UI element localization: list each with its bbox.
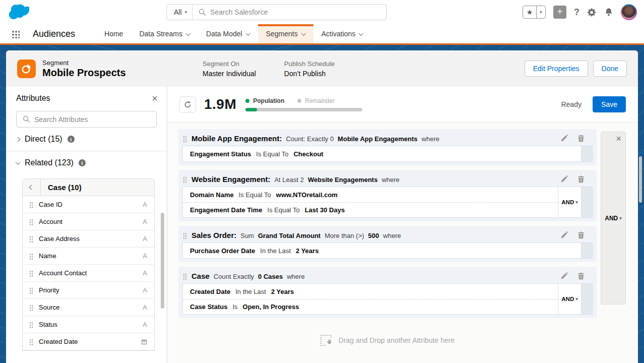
sidebar-scrollbar[interactable] [161, 213, 164, 309]
condition-part: 2 Years [296, 247, 318, 255]
content-card: Segment Mobile Prospects Segment On Mast… [6, 50, 638, 363]
search-input[interactable] [206, 8, 386, 16]
attribute-list: Case ID A Account A Case Address A Name … [23, 196, 154, 350]
edit-rule-button[interactable] [560, 135, 568, 142]
rule-header-part: Count: Exactly 0 [286, 135, 334, 143]
condition-row[interactable]: Created DateIn the Last2 Years [183, 284, 558, 299]
condition-row[interactable]: Domain NameIs Equal Towww.NTOretail.com [183, 187, 558, 202]
attribute-item[interactable]: Account Contact A [23, 265, 154, 282]
back-button[interactable] [23, 179, 41, 196]
chevron-down-icon [16, 160, 21, 165]
drag-handle-icon[interactable] [182, 273, 186, 280]
search-scope-dropdown[interactable]: All ▾ [167, 5, 192, 20]
condition-part: Engagement Status [190, 150, 251, 158]
group-join-dropdown[interactable]: AND▾ [605, 215, 622, 222]
app-launcher-waffle-icon[interactable] [11, 30, 20, 38]
help-icon[interactable]: ? [574, 7, 579, 18]
attribute-item[interactable]: Name A [23, 248, 154, 265]
delete-rule-button[interactable] [577, 231, 585, 239]
edit-properties-button[interactable]: Edit Properties [525, 60, 588, 77]
condition-row[interactable]: Engagement StatusIs Equal ToCheckout [183, 146, 581, 161]
rule-card: Mobile App Engagement:Count: Exactly 0Mo… [178, 129, 597, 165]
condition-part: Is [232, 303, 237, 311]
refresh-button[interactable] [179, 96, 196, 113]
chevron-down-icon: ▾ [575, 296, 578, 301]
favorites-dropdown-icon[interactable]: ▾ [536, 6, 545, 18]
case-attributes-panel: Case (10) Case ID A Account A Case Addre… [22, 178, 155, 351]
rule-header-part: Grand Total Amount [258, 232, 320, 239]
rule-header-part: Sales Order: [191, 231, 236, 239]
chevron-down-icon [301, 31, 306, 36]
drag-handle-icon [29, 201, 33, 208]
tab-activations[interactable]: Activations [313, 24, 371, 43]
field-label: Segment On [203, 60, 256, 68]
tab-data-streams[interactable]: Data Streams [131, 24, 198, 43]
page-scrollbar[interactable] [639, 156, 642, 203]
salesforce-logo-icon[interactable] [7, 4, 29, 21]
condition-part: Domain Name [190, 191, 234, 199]
condition-row[interactable]: Purchase Order DateIn the Last2 Years [183, 243, 581, 258]
text-type-icon: A [143, 218, 147, 225]
edit-rule-button[interactable] [560, 272, 568, 280]
info-icon[interactable]: i [79, 159, 86, 166]
attribute-dropzone[interactable]: Drag and Drop another Attribute here [178, 335, 597, 346]
attribute-item[interactable]: Priority A [23, 282, 154, 299]
global-search: All ▾ [166, 4, 387, 20]
attribute-item[interactable]: Account A [23, 213, 154, 230]
drag-handle-icon[interactable] [182, 232, 186, 239]
condition-part: Case Status [190, 303, 227, 311]
search-icon [199, 9, 206, 16]
delete-rule-button[interactable] [577, 175, 585, 183]
avatar[interactable] [621, 4, 637, 20]
tab-segments[interactable]: Segments [258, 24, 313, 43]
sidebar-section-direct[interactable]: Direct (15) i [6, 128, 167, 151]
rule-header-part: Mobile App Engagement: [191, 134, 282, 143]
text-type-icon: A [143, 235, 147, 243]
nav-tabs: Home Data Streams Data Model Segments Ac… [96, 24, 371, 43]
remainder-dot-icon [297, 99, 301, 103]
drag-handle-icon[interactable] [182, 135, 186, 142]
header-actions: ★ ▾ + ? [523, 4, 637, 20]
attribute-item[interactable]: Status A [23, 316, 154, 333]
attribute-item[interactable]: Case Address A [23, 230, 154, 248]
attribute-search-input[interactable] [30, 115, 156, 124]
attribute-item[interactable]: Case ID A [23, 196, 154, 213]
edit-rule-button[interactable] [560, 175, 568, 183]
condition-row[interactable]: Case StatusIsOpen, In Progress [183, 299, 558, 314]
conditions: Domain NameIs Equal Towww.NTOretail.comE… [182, 187, 558, 218]
drag-drop-icon [320, 335, 332, 346]
conditions: Created DateIn the Last2 YearsCase Statu… [182, 283, 558, 315]
sidebar-section-related[interactable]: Related (123) i [6, 151, 167, 174]
condition-part: www.NTOretail.com [276, 191, 338, 199]
field-value: Master Individual [203, 70, 256, 78]
attribute-item[interactable]: Source A [23, 299, 154, 316]
condition-row[interactable]: Engagement Date TimeIs Equal ToLast 30 D… [183, 202, 558, 217]
close-icon[interactable]: × [616, 135, 621, 142]
condition-join-dropdown[interactable]: AND▾ [558, 283, 582, 315]
close-icon[interactable]: × [152, 95, 158, 102]
search-scope-label: All [174, 8, 182, 16]
delete-rule-button[interactable] [577, 135, 585, 142]
text-type-icon: A [143, 269, 147, 277]
tab-home[interactable]: Home [96, 24, 131, 43]
drag-handle-icon[interactable] [182, 176, 186, 183]
edit-rule-button[interactable] [560, 231, 568, 239]
condition-join-dropdown[interactable]: AND▾ [558, 187, 582, 218]
rule-header-part: where [287, 273, 304, 280]
attribute-item[interactable]: Created Date [23, 333, 154, 350]
done-button[interactable]: Done [593, 60, 627, 77]
info-icon[interactable]: i [68, 136, 75, 143]
favorites-star-icon[interactable]: ★ [523, 6, 536, 18]
tab-data-model[interactable]: Data Model [198, 24, 258, 43]
rule-header-part: 500 [368, 232, 379, 239]
segment-canvas: 1.9M Population Remainder [167, 87, 638, 363]
add-icon[interactable]: + [553, 6, 566, 19]
notifications-bell-icon[interactable] [604, 8, 613, 17]
delete-rule-button[interactable] [577, 272, 585, 280]
attribute-label: Case Address [39, 235, 80, 243]
condition-part: Is Equal To [256, 150, 288, 158]
setup-gear-icon[interactable] [587, 8, 597, 17]
attribute-label: Created Date [39, 338, 78, 345]
save-button[interactable]: Save [593, 96, 626, 112]
chevron-down-icon [186, 31, 191, 36]
